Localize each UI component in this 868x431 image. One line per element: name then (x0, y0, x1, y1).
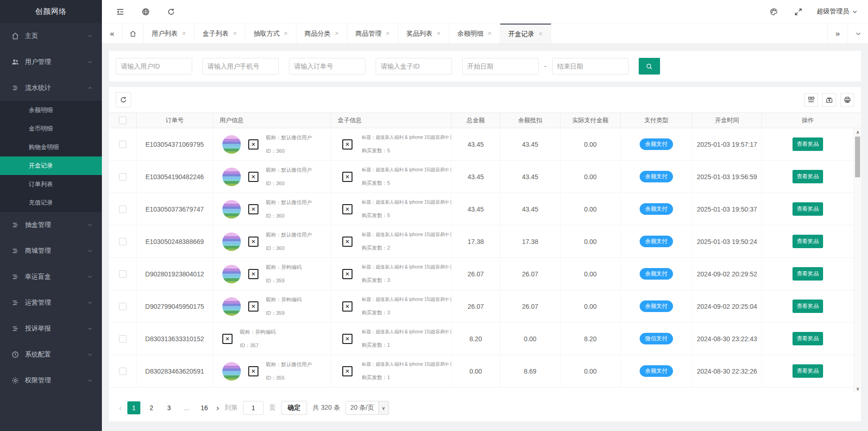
sidebar-item[interactable]: 投诉举报 (0, 316, 102, 342)
row-checkbox[interactable] (119, 238, 126, 245)
start-date-input[interactable] (462, 58, 539, 75)
goto-confirm-button[interactable]: 确定 (281, 401, 307, 415)
box-count-label: 购买发数： (362, 180, 387, 186)
tabs-scroll-right-button[interactable]: » (827, 24, 848, 44)
tab[interactable]: 盒子列表 ✕ (195, 24, 245, 44)
vertical-scrollbar[interactable]: ∧ ∨ (854, 128, 861, 392)
chevron-down-icon (87, 59, 93, 65)
box-id-input[interactable] (376, 58, 452, 75)
sidebar-subitem[interactable]: 余额明细 (0, 101, 102, 119)
tab[interactable]: 商品分类 ✕ (296, 24, 347, 44)
row-checkbox[interactable] (119, 335, 126, 343)
sidebar-item[interactable]: 权限管理 (0, 368, 102, 394)
chevron-icon (87, 33, 93, 39)
theme-palette-icon[interactable] (769, 7, 778, 16)
pay-type-badge: 余额支付 (640, 203, 673, 215)
view-prize-button[interactable]: 查看奖品 (793, 170, 823, 183)
tab[interactable]: 余额明细 ✕ (449, 24, 500, 44)
scroll-down-arrow-icon[interactable]: ∨ (854, 385, 862, 392)
tab[interactable]: 商品管理 ✕ (347, 24, 398, 44)
list-icon (11, 273, 19, 281)
page-number[interactable]: 1 (127, 401, 140, 414)
tab-close-icon[interactable]: ✕ (487, 31, 491, 37)
user-id-label: ID： (266, 213, 276, 219)
user-id-label: ID： (266, 148, 276, 154)
row-checkbox[interactable] (119, 270, 126, 278)
user-id-input[interactable] (116, 58, 192, 75)
view-prize-button[interactable]: 查看奖品 (793, 267, 823, 281)
page-size-select[interactable]: 20 条/页 ∨ (346, 401, 389, 415)
box-count-value: 1 (387, 342, 390, 348)
tab[interactable]: 用户列表 ✕ (144, 24, 195, 44)
sidebar-subitem[interactable]: 金币明细 (0, 119, 102, 138)
tab-close-icon[interactable]: ✕ (233, 31, 237, 37)
row-checkbox[interactable] (119, 368, 126, 375)
view-prize-button[interactable]: 查看奖品 (793, 300, 823, 313)
row-checkbox[interactable] (119, 206, 126, 213)
globe-icon[interactable] (141, 7, 150, 16)
tab-close-icon[interactable]: ✕ (334, 31, 339, 37)
select-all-checkbox[interactable] (119, 117, 126, 124)
sidebar-item[interactable]: 幸运盲盒 (0, 264, 102, 290)
sidebar-subitem[interactable]: 购物金明细 (0, 138, 102, 156)
actual-pay-cell: 0.00 (560, 193, 621, 225)
phone-input[interactable] (202, 58, 279, 75)
sidebar-fold-icon[interactable] (116, 7, 125, 16)
sidebar-item[interactable]: 主页 (0, 23, 102, 49)
row-checkbox[interactable] (119, 141, 126, 148)
user-nickname: 异构编码 (255, 329, 276, 335)
view-prize-button[interactable]: 查看奖品 (793, 364, 823, 378)
actual-pay-cell: 0.00 (560, 161, 621, 193)
sidebar-item[interactable]: 用户管理 (0, 49, 102, 75)
col-actions: 操作 (762, 113, 854, 128)
sidebar-item[interactable]: 系统配置 (0, 342, 102, 368)
columns-filter-button[interactable] (804, 93, 818, 107)
view-prize-button[interactable]: 查看奖品 (793, 137, 823, 151)
goto-page-input[interactable] (243, 401, 264, 415)
page-number[interactable]: 3 (163, 401, 176, 414)
view-prize-button[interactable]: 查看奖品 (793, 202, 823, 216)
scroll-up-arrow-icon[interactable]: ∧ (854, 128, 862, 136)
sidebar-item[interactable]: 抽盒管理 (0, 212, 102, 238)
tab[interactable]: 开盒记录 ✕ (500, 24, 551, 44)
sidebar-subitem[interactable]: 订单列表 (0, 175, 102, 194)
tab-close-icon[interactable]: ✕ (182, 31, 186, 37)
view-prize-button[interactable]: 查看奖品 (793, 235, 823, 248)
sidebar-item[interactable]: 流水统计 (0, 75, 102, 101)
table-refresh-button[interactable] (116, 92, 131, 107)
total-amount-cell: 0.00 (452, 355, 500, 387)
prev-page-button[interactable]: ‹ (119, 403, 122, 413)
export-button[interactable] (822, 93, 836, 107)
tab-close-icon[interactable]: ✕ (283, 31, 288, 37)
tab-label: 开盒记录 (508, 30, 534, 38)
sidebar-item[interactable]: 运营管理 (0, 290, 102, 316)
tab[interactable]: 抽取方式 ✕ (245, 24, 296, 44)
page-number[interactable]: 2 (145, 401, 158, 414)
tab[interactable]: 奖品列表 ✕ (398, 24, 449, 44)
home-tab-icon[interactable] (123, 24, 144, 44)
view-prize-button[interactable]: 查看奖品 (793, 332, 823, 345)
tab-close-icon[interactable]: ✕ (538, 31, 542, 37)
fullscreen-icon[interactable] (794, 7, 803, 16)
sidebar-item[interactable]: 商城管理 (0, 238, 102, 264)
nickname-label: 昵称： (266, 200, 281, 205)
tabs-menu-button[interactable] (848, 24, 868, 44)
user-nickname: 默认微信用户 (281, 232, 312, 237)
sidebar-subitem[interactable]: 开盒记录 (0, 156, 102, 175)
next-page-button[interactable]: › (216, 403, 219, 413)
row-checkbox[interactable] (119, 303, 126, 310)
refresh-icon[interactable] (167, 7, 176, 16)
order-no-input[interactable] (289, 58, 365, 75)
search-button[interactable] (639, 58, 660, 75)
tabs-scroll-left-button[interactable]: « (102, 24, 123, 44)
scrollbar-thumb[interactable] (855, 137, 860, 177)
tab-close-icon[interactable]: ✕ (385, 31, 390, 37)
user-menu[interactable]: 超级管理员 (817, 7, 858, 16)
sidebar-subitem[interactable]: 充值记录 (0, 194, 102, 212)
user-nickname: 默认微信用户 (281, 362, 312, 367)
row-checkbox[interactable] (119, 173, 126, 181)
end-date-input[interactable] (552, 58, 629, 75)
print-button[interactable] (840, 93, 854, 107)
tab-close-icon[interactable]: ✕ (436, 31, 440, 37)
page-number[interactable]: 16 (198, 401, 211, 414)
